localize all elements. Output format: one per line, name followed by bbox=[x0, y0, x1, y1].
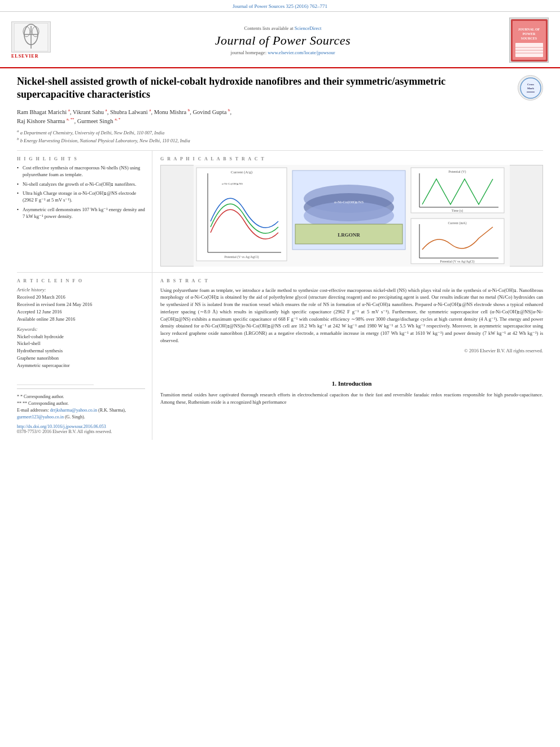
svg-text:α-Ni-Co(OH)₂/NS: α-Ni-Co(OH)₂/NS bbox=[334, 200, 364, 204]
footnote-single-star: * * Corresponding author. bbox=[17, 394, 145, 400]
svg-text:Potential (V vs Ag/AgCl): Potential (V vs Ag/AgCl) bbox=[440, 260, 474, 264]
article-info-abstract-section: A R T I C L E I N F O Article history: R… bbox=[17, 272, 543, 375]
homepage-label: journal homepage: bbox=[231, 50, 267, 55]
highlights-graphical-section: H I G H L I G H T S Cost effective synth… bbox=[17, 150, 543, 272]
authors-line: Ram Bhagat Marichi a, Vikrant Sahu a, Sh… bbox=[17, 107, 543, 126]
elsevier-text: ELSEVIER bbox=[11, 54, 38, 59]
email-label: E-mail addresses: bbox=[17, 408, 49, 413]
footnote-divider bbox=[17, 385, 94, 385]
svg-rect-32 bbox=[411, 168, 504, 213]
footnote-double-star: ** ** Corresponding author. bbox=[17, 400, 145, 407]
highlights-list: Cost effective synthesis of macroporous … bbox=[17, 165, 145, 220]
svg-text:POWER: POWER bbox=[522, 32, 535, 36]
highlights-heading: H I G H L I G H T S bbox=[17, 156, 145, 161]
contents-text: Contents lists available at bbox=[244, 25, 294, 31]
graphical-abstract-column: G R A P H I C A L A B S T R A C T Curren… bbox=[152, 151, 543, 272]
email2-name: (G. Singh). bbox=[65, 414, 85, 420]
svg-rect-37 bbox=[411, 219, 504, 264]
received-date: Received 20 March 2016 bbox=[17, 294, 145, 300]
received-revised-text: Received in revised form 24 May 2016 bbox=[17, 302, 92, 307]
svg-text:LRGONR: LRGONR bbox=[338, 232, 360, 238]
graphical-abstract-image: Current (A/g) Potential (V vs Ag/AgCl) α… bbox=[160, 165, 543, 267]
article-info-column: A R T I C L E I N F O Article history: R… bbox=[17, 273, 152, 375]
svg-rect-11 bbox=[515, 43, 543, 57]
introduction-heading: 1. Introduction bbox=[160, 380, 543, 387]
svg-text:Time (s): Time (s) bbox=[452, 209, 463, 213]
article-history-label: Article history: bbox=[17, 287, 145, 292]
svg-text:JOURNAL OF: JOURNAL OF bbox=[518, 28, 540, 31]
keyword-3: Hydrothermal synthesis bbox=[17, 347, 145, 355]
available-online-date: Available online 28 June 2016 bbox=[17, 316, 145, 322]
abstract-copyright: © 2016 Elsevier B.V. All rights reserved… bbox=[160, 348, 543, 353]
crossmark-badge: Cross Mark bbox=[518, 75, 543, 101]
top-bar: Journal of Power Sources 325 (2016) 762–… bbox=[0, 0, 560, 12]
affiliation-b: b Energy Harvesting Division, National P… bbox=[20, 138, 190, 143]
email1-name: (R.K. Sharma), bbox=[98, 408, 126, 413]
journal-reference: Journal of Power Sources 325 (2016) 762–… bbox=[233, 3, 327, 9]
footnotes-column: * * Corresponding author. ** ** Correspo… bbox=[17, 374, 152, 440]
svg-text:SOURCES: SOURCES bbox=[520, 37, 537, 40]
svg-text:Cross: Cross bbox=[527, 83, 533, 86]
svg-text:Potential (V): Potential (V) bbox=[448, 170, 466, 174]
highlight-item-1: Cost effective synthesis of macroporous … bbox=[17, 165, 145, 178]
highlight-item-3: Ultra high Charge storage in α-Ni-Co(OH)… bbox=[17, 190, 145, 204]
email2-link[interactable]: gurmeet123@yahoo.co.in bbox=[17, 414, 64, 420]
affiliations: a a Department of Chemistry, University … bbox=[17, 129, 543, 144]
received-text: Received 20 March 2016 bbox=[17, 294, 65, 300]
highlight-item-4: Asymmetric cell demonstrates 107 Wh kg⁻¹… bbox=[17, 207, 145, 220]
contents-line: Contents lists available at ScienceDirec… bbox=[56, 25, 509, 31]
elsevier-logo-image bbox=[11, 21, 51, 53]
keyword-2: Nickel-shell bbox=[17, 340, 145, 347]
journal-title: Journal of Power Sources bbox=[56, 33, 509, 48]
keywords-label: Keywords: bbox=[17, 326, 145, 332]
article-title-text: Nickel-shell assisted growth of nickel-c… bbox=[17, 76, 445, 100]
homepage-url[interactable]: www.elsevier.com/locate/jpowsour bbox=[268, 50, 335, 55]
keyword-5: Asymmetric supercapacitor bbox=[17, 362, 145, 369]
abstract-text: Using polyurethane foam as template, we … bbox=[160, 287, 543, 344]
journal-header: ELSEVIER Contents lists available at Sci… bbox=[0, 12, 560, 68]
journal-cover-image: JOURNAL OF POWER SOURCES bbox=[509, 18, 549, 63]
svg-text:Current (mA): Current (mA) bbox=[448, 221, 467, 225]
available-text: Available online 28 June 2016 bbox=[17, 316, 75, 322]
introduction-column: 1. Introduction Transition metal oxides … bbox=[152, 374, 543, 440]
footnote-email: E-mail addresses: drrjksharma@yahoo.co.i… bbox=[17, 407, 145, 421]
keyword-1: Nickel-cobalt hydroxide bbox=[17, 333, 145, 340]
footnote-section: * * Corresponding author. ** ** Correspo… bbox=[17, 388, 145, 421]
journal-homepage: journal homepage: www.elsevier.com/locat… bbox=[56, 50, 509, 55]
accepted-date: Accepted 12 June 2016 bbox=[17, 309, 145, 314]
doi-link[interactable]: http://dx.doi.org/10.1016/j.jpowsour.201… bbox=[17, 424, 145, 429]
science-direct-link[interactable]: ScienceDirect bbox=[295, 25, 322, 31]
svg-text:Current (A/g): Current (A/g) bbox=[231, 170, 253, 174]
accepted-text: Accepted 12 June 2016 bbox=[17, 309, 62, 314]
email1-link[interactable]: drrjksharma@yahoo.co.in bbox=[50, 408, 97, 413]
graphical-abstract-heading: G R A P H I C A L A B S T R A C T bbox=[160, 156, 543, 161]
intro-section: * * Corresponding author. ** ** Correspo… bbox=[17, 374, 543, 440]
svg-rect-19 bbox=[196, 168, 287, 261]
highlight-item-2: Ni-shell catalyzes the growth of α-Ni-Co… bbox=[17, 181, 145, 188]
main-content: Nickel-shell assisted growth of nickel-c… bbox=[0, 68, 560, 451]
issn-line: 0378-7753/© 2016 Elsevier B.V. All right… bbox=[17, 429, 145, 434]
history-label-text: Article history: bbox=[17, 287, 46, 292]
journal-header-center: Contents lists available at ScienceDirec… bbox=[56, 25, 509, 55]
elsevier-logo: ELSEVIER bbox=[11, 21, 56, 59]
introduction-text: Transition metal oxides have captivated … bbox=[160, 391, 543, 406]
svg-text:α-Ni-Co(OH)₂/NS: α-Ni-Co(OH)₂/NS bbox=[222, 182, 243, 185]
abstract-column: A B S T R A C T Using polyurethane foam … bbox=[152, 273, 543, 375]
keywords-section: Keywords: Nickel-cobalt hydroxide Nickel… bbox=[17, 326, 145, 369]
article-title-container: Nickel-shell assisted growth of nickel-c… bbox=[17, 75, 543, 102]
highlights-column: H I G H L I G H T S Cost effective synth… bbox=[17, 151, 152, 272]
doi-url[interactable]: http://dx.doi.org/10.1016/j.jpowsour.201… bbox=[17, 424, 106, 429]
article-info-heading: A R T I C L E I N F O bbox=[17, 278, 145, 283]
received-revised-date: Received in revised form 24 May 2016 bbox=[17, 302, 145, 307]
svg-text:Mark: Mark bbox=[527, 87, 533, 90]
keyword-4: Graphene nanoribbon bbox=[17, 355, 145, 362]
affiliation-a: a Department of Chemistry, University of… bbox=[20, 130, 165, 136]
svg-text:Potential (V vs Ag/AgCl): Potential (V vs Ag/AgCl) bbox=[224, 255, 259, 259]
abstract-heading: A B S T R A C T bbox=[160, 278, 543, 283]
